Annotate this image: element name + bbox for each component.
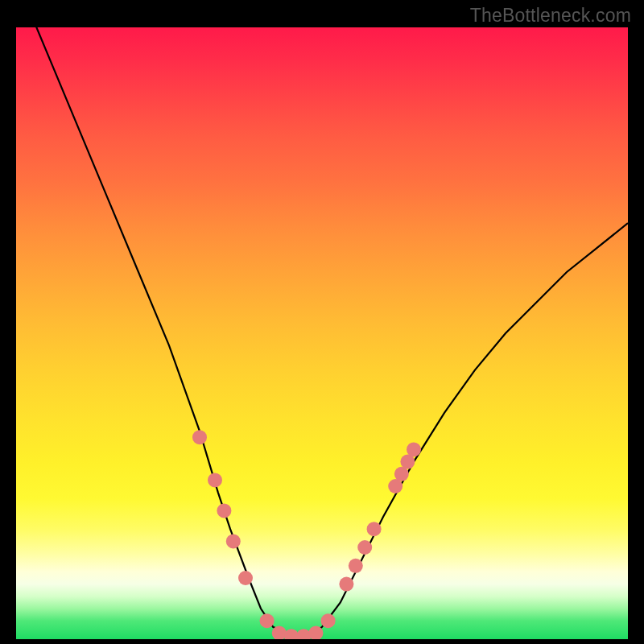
- curve-marker: [260, 613, 275, 628]
- curve-marker: [367, 522, 382, 536]
- curve-marker: [238, 571, 253, 585]
- curve-marker: [321, 613, 336, 628]
- curve-marker: [217, 503, 231, 518]
- curve-marker: [357, 540, 372, 555]
- curve-marker: [339, 577, 353, 592]
- curve-marker: [407, 442, 421, 456]
- chart-frame: [16, 27, 628, 639]
- curve-marker: [192, 430, 207, 444]
- curve-markers: [192, 430, 421, 639]
- attribution-text: TheBottleneck.com: [470, 5, 631, 27]
- bottleneck-curve: [16, 27, 628, 636]
- curve-marker: [226, 534, 241, 548]
- curve-marker: [284, 629, 299, 639]
- curve-marker: [349, 559, 363, 573]
- chart-svg: [16, 27, 628, 639]
- curve-marker: [208, 473, 222, 487]
